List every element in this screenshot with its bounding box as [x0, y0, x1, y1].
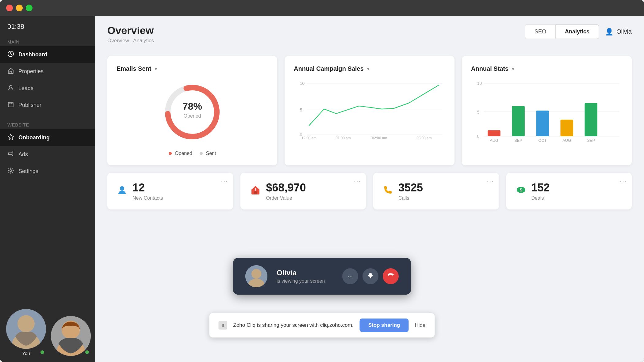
- maximize-button[interactable]: [26, 5, 33, 11]
- legend-sent: Sent: [200, 151, 216, 156]
- mute-icon: [367, 272, 374, 281]
- call-name: Olivia: [277, 269, 333, 277]
- sidebar-item-settings[interactable]: Settings: [0, 163, 95, 180]
- order-icon: $: [250, 184, 261, 198]
- user-you-avatar: [6, 309, 46, 349]
- svg-text:10: 10: [300, 81, 305, 86]
- page-title: Overview: [107, 25, 154, 36]
- leads-icon: [7, 84, 14, 92]
- svg-text:OCT: OCT: [539, 138, 547, 143]
- minimize-button[interactable]: [16, 5, 23, 11]
- sidebar-item-publisher[interactable]: Publisher: [0, 97, 95, 114]
- user-other-avatar: [51, 316, 91, 356]
- sent-dot: [200, 152, 203, 155]
- line-chart-svg: 10 5 0 12:00 am 01:00 am: [294, 78, 445, 140]
- calls-info: 3525 Calls: [398, 181, 423, 201]
- main-header: Overview Overview . Analytics SEO Analyt…: [95, 16, 644, 49]
- screen-share-banner: ⏸ Zoho Cliq is sharing your screen with …: [209, 313, 435, 337]
- user-name: Olivia: [616, 28, 632, 35]
- section-website-label: WEBSITE: [0, 119, 95, 129]
- breadcrumb: Overview . Analytics: [107, 38, 154, 44]
- banner-text: Zoho Cliq is sharing your screen with cl…: [233, 322, 354, 328]
- svg-point-47: [251, 269, 261, 279]
- bar-chart-svg: 10 5 0: [471, 78, 623, 146]
- stats-dropdown-icon[interactable]: ▼: [511, 66, 515, 71]
- legend-opened: Opened: [169, 151, 192, 156]
- sidebar-time: 01:38: [0, 16, 95, 36]
- line-chart-container: 10 5 0 12:00 am 01:00 am: [294, 78, 445, 140]
- svg-text:SEP: SEP: [587, 138, 595, 143]
- call-more-button[interactable]: ···: [342, 268, 358, 284]
- onboarding-icon: [7, 134, 14, 142]
- sidebar-item-leads[interactable]: Leads: [0, 80, 95, 97]
- campaign-dropdown-icon[interactable]: ▼: [366, 66, 370, 71]
- call-avatar-image: [245, 265, 267, 287]
- stat-order-menu[interactable]: ···: [354, 178, 361, 185]
- sidebar-item-ads[interactable]: Ads: [0, 146, 95, 163]
- svg-point-6: [17, 315, 35, 332]
- contacts-value: 12: [132, 181, 163, 194]
- call-end-button[interactable]: [383, 268, 399, 284]
- contacts-info: 12 New Contacts: [132, 181, 163, 201]
- properties-icon: [7, 67, 14, 76]
- stat-contacts-menu[interactable]: ···: [221, 178, 228, 185]
- user-other-image: [51, 316, 91, 356]
- order-info: $68,970 Order Value: [266, 181, 306, 201]
- sidebar-item-dashboard[interactable]: Dashboard: [0, 46, 95, 63]
- user-other-online: [85, 350, 90, 355]
- call-info: Olivia is viewing your screen: [277, 269, 333, 284]
- stop-sharing-button[interactable]: Stop sharing: [360, 319, 409, 332]
- svg-rect-42: [254, 191, 257, 194]
- window: 01:38 MAIN Dashboard Properties Leads: [0, 0, 644, 362]
- svg-rect-31: [488, 130, 500, 136]
- banner-pause-icon: ⏸: [219, 321, 227, 330]
- call-actions: ···: [342, 268, 399, 284]
- deals-info: 152 Deals: [531, 181, 550, 201]
- donut-chart: 78% Opened: [159, 78, 226, 146]
- section-main-label: MAIN: [0, 36, 95, 46]
- main-content: Overview Overview . Analytics SEO Analyt…: [95, 16, 644, 362]
- stats-grid: ··· 12 New Contacts ···: [95, 173, 644, 217]
- deals-icon: $: [516, 184, 527, 198]
- calls-icon: [382, 184, 393, 198]
- emails-title: Emails Sent ▼: [117, 65, 268, 72]
- close-button[interactable]: [6, 5, 13, 11]
- stat-deals-menu[interactable]: ···: [620, 178, 627, 185]
- header-left: Overview Overview . Analytics: [107, 25, 154, 44]
- sidebar-item-properties[interactable]: Properties: [0, 63, 95, 80]
- svg-text:10: 10: [477, 81, 482, 86]
- svg-rect-32: [512, 106, 524, 136]
- chart-legend: Opened Sent: [169, 151, 216, 156]
- stat-calls-menu[interactable]: ···: [487, 178, 494, 185]
- call-avatar: [245, 265, 267, 287]
- call-mute-button[interactable]: [362, 268, 378, 284]
- svg-text:AUG: AUG: [490, 138, 498, 143]
- deals-label: Deals: [531, 195, 550, 201]
- svg-rect-3: [8, 102, 13, 107]
- sidebar-item-onboarding[interactable]: Onboarding: [0, 129, 95, 146]
- donut-container: 78% Opened Opened Sent: [117, 78, 268, 156]
- annual-stats-card: Annual Stats ▼ 10 5 0: [462, 56, 632, 165]
- emails-dropdown-icon[interactable]: ▼: [154, 66, 158, 71]
- tab-seo[interactable]: SEO: [525, 25, 556, 39]
- svg-text:5: 5: [300, 107, 302, 112]
- dashboard-icon: [7, 51, 14, 59]
- campaign-title: Annual Campaign Sales ▼: [294, 65, 445, 72]
- bar-chart-container: 10 5 0: [471, 78, 623, 140]
- header-right: SEO Analytics 👤 Olivia: [525, 25, 632, 39]
- hide-banner-button[interactable]: Hide: [415, 322, 426, 328]
- svg-rect-34: [560, 120, 573, 136]
- properties-label: Properties: [18, 68, 44, 75]
- tab-bar: SEO Analytics: [525, 25, 599, 39]
- user-badge: 👤 Olivia: [605, 28, 632, 36]
- stat-calls: ··· 3525 Calls: [373, 173, 499, 209]
- more-icon: ···: [348, 273, 353, 280]
- svg-rect-35: [585, 103, 597, 136]
- svg-text:12:00 am: 12:00 am: [301, 136, 317, 140]
- publisher-label: Publisher: [18, 102, 41, 108]
- svg-rect-33: [536, 111, 549, 136]
- svg-text:78%: 78%: [182, 101, 202, 112]
- tab-analytics[interactable]: Analytics: [556, 25, 599, 39]
- user-other-container: [51, 316, 91, 356]
- contacts-label: New Contacts: [132, 195, 163, 201]
